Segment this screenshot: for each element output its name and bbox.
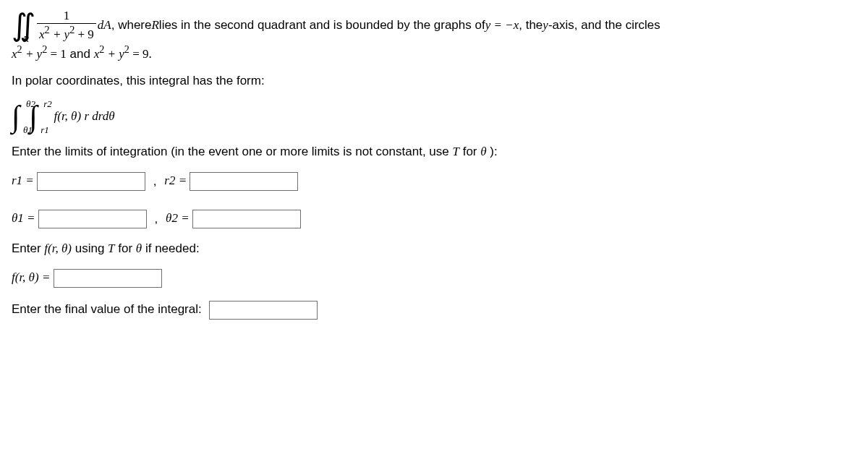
circle-equations: x2 + y2 = 1 and x2 + y2 = 9. bbox=[12, 43, 856, 61]
text: -axis, and the circles bbox=[548, 18, 660, 33]
final-value-row: Enter the final value of the integral: bbox=[12, 301, 856, 320]
r2-label: r2 = bbox=[164, 174, 190, 188]
dA: dA bbox=[98, 18, 111, 33]
eq-y-neg-x: y = −x bbox=[485, 18, 519, 33]
limits-instruction: Enter the limits of integration (in the … bbox=[12, 145, 856, 159]
f-label: f(r, θ) = bbox=[12, 271, 54, 285]
text: and bbox=[70, 46, 94, 60]
f-input[interactable] bbox=[54, 269, 162, 288]
text: lies in the second quadrant and is bound… bbox=[159, 18, 485, 33]
text: , the bbox=[519, 18, 542, 33]
r-limits-row: r1 = , r2 = bbox=[12, 172, 856, 191]
integral-statement: ∬ R 1 x2 + y2 + 9 dA , where R lies in t… bbox=[12, 9, 856, 42]
theta2-input[interactable] bbox=[192, 210, 301, 228]
r2-input[interactable] bbox=[190, 172, 298, 191]
final-value-label: Enter the final value of the integral: bbox=[12, 303, 202, 317]
r1-label: r1 = bbox=[12, 174, 37, 188]
r1-input[interactable] bbox=[37, 172, 145, 191]
y-var: y bbox=[542, 18, 548, 33]
double-integral-symbol: ∬ R bbox=[12, 10, 35, 40]
final-value-input[interactable] bbox=[209, 301, 318, 320]
region-R: R bbox=[151, 18, 158, 33]
theta1-label: θ1 = bbox=[12, 212, 38, 226]
polar-intro-text: In polar coordinates, this integral has … bbox=[12, 74, 856, 88]
integrand-fraction: 1 x2 + y2 + 9 bbox=[37, 9, 96, 42]
polar-integral-form: ∫ θ2 θ1 ∫ r2 r1 f(r, θ) r drdθ bbox=[12, 101, 856, 132]
text: , where bbox=[111, 18, 152, 33]
theta2-label: θ2 = bbox=[166, 212, 192, 226]
theta-limits-row: θ1 = , θ2 = bbox=[12, 210, 856, 228]
theta1-input[interactable] bbox=[38, 210, 147, 228]
f-input-row: f(r, θ) = bbox=[12, 269, 856, 288]
enter-f-instruction: Enter f(r, θ) using T for θ if needed: bbox=[12, 241, 856, 256]
